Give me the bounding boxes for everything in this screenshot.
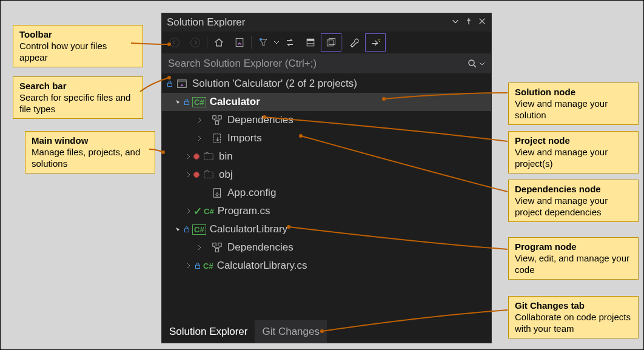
- svg-rect-7: [329, 38, 335, 44]
- node-label: Imports: [227, 132, 262, 144]
- tree-view[interactable]: Solution 'Calculator' (2 of 2 projects) …: [162, 73, 491, 320]
- callout-desc: Control how your files appear: [19, 41, 136, 64]
- svg-point-1: [191, 38, 200, 47]
- callout-title: Project node: [515, 135, 632, 147]
- expander-closed-icon[interactable]: [195, 244, 204, 251]
- expander-open-icon[interactable]: [173, 99, 183, 105]
- excluded-indicator-icon: [193, 172, 200, 178]
- search-input[interactable]: [168, 58, 467, 70]
- hidden-folder-icon: [202, 151, 215, 162]
- project-node-calculator[interactable]: C# Calculator: [162, 93, 491, 111]
- node-label: bin: [219, 150, 233, 163]
- svg-rect-21: [204, 172, 213, 178]
- csharp-project-icon: C#: [192, 97, 206, 107]
- close-icon[interactable]: [478, 16, 486, 29]
- node-label: Dependencies: [227, 241, 293, 254]
- refresh-button[interactable]: [300, 33, 321, 52]
- preview-selected-button[interactable]: [365, 33, 386, 52]
- callout-deps-node: Dependencies node View and manage your p…: [508, 180, 639, 222]
- svg-rect-28: [196, 265, 200, 268]
- sync-with-active-button[interactable]: [280, 33, 300, 52]
- callout-desc: Search for specific files and file types: [19, 92, 136, 115]
- svg-rect-12: [168, 83, 172, 86]
- lock-icon: [193, 261, 202, 270]
- panel-title: Solution Explorer: [167, 16, 245, 29]
- callout-desc: View and manage your project(s): [515, 147, 632, 170]
- filter-dropdown-icon[interactable]: [273, 39, 280, 45]
- svg-point-3: [260, 38, 262, 41]
- callout-project-node: Project node View and manage your projec…: [508, 131, 639, 173]
- svg-rect-14: [178, 80, 186, 82]
- csharp-project-icon: C#: [192, 224, 206, 235]
- forward-button: [185, 33, 206, 52]
- svg-rect-27: [215, 249, 218, 252]
- solution-node[interactable]: Solution 'Calculator' (2 of 2 projects): [162, 75, 491, 93]
- imports-icon: [210, 133, 224, 144]
- lock-icon: [166, 79, 174, 88]
- collapse-all-button[interactable]: [321, 33, 341, 52]
- solution-icon: [175, 78, 189, 89]
- expander-closed-icon[interactable]: [184, 172, 193, 178]
- tab-solution-explorer[interactable]: Solution Explorer: [162, 320, 255, 343]
- switch-views-button[interactable]: [229, 33, 250, 52]
- callout-main: Main window Manage files, projects, and …: [25, 131, 155, 173]
- pin-icon[interactable]: [465, 16, 473, 29]
- callout-solution-node: Solution node View and manage your solut…: [508, 82, 639, 125]
- expander-closed-icon[interactable]: [195, 117, 204, 123]
- callout-desc: View and manage your solution: [515, 98, 632, 121]
- program-file-node[interactable]: ✓ C# Program.cs: [162, 202, 491, 220]
- callout-title: Main window: [32, 135, 149, 147]
- expander-closed-icon[interactable]: [184, 263, 193, 269]
- config-file-icon: [210, 187, 224, 198]
- node-label: Dependencies: [227, 114, 293, 126]
- home-button[interactable]: [209, 33, 229, 52]
- lock-icon: [183, 98, 191, 106]
- expander-open-icon[interactable]: [173, 226, 183, 232]
- callout-title: Dependencies node: [515, 184, 632, 195]
- svg-rect-16: [213, 116, 216, 119]
- svg-point-23: [216, 194, 218, 196]
- imports-node[interactable]: Imports: [162, 129, 491, 147]
- pending-changes-filter-button[interactable]: [253, 33, 273, 52]
- tab-git-changes[interactable]: Git Changes: [255, 320, 327, 343]
- svg-rect-19: [214, 134, 221, 143]
- dependencies-node-lib[interactable]: Dependencies: [162, 238, 491, 257]
- node-label: App.config: [227, 187, 276, 199]
- checked-in-icon: ✓: [193, 205, 202, 218]
- svg-rect-20: [204, 154, 213, 160]
- obj-folder-node[interactable]: obj: [162, 166, 491, 184]
- solution-label: Solution 'Calculator' (2 of 2 projects): [192, 78, 357, 90]
- expander-closed-icon[interactable]: [184, 208, 193, 214]
- svg-rect-15: [185, 101, 189, 104]
- svg-rect-17: [218, 116, 221, 119]
- window-dropdown-icon[interactable]: [451, 16, 460, 29]
- search-button[interactable]: [467, 58, 485, 69]
- dependencies-icon: [210, 115, 224, 126]
- titlebar: Solution Explorer: [162, 13, 491, 32]
- library-file-node[interactable]: C# CalculatorLibrary.cs: [162, 257, 491, 275]
- svg-rect-25: [213, 243, 216, 246]
- appconfig-file-node[interactable]: App.config: [162, 184, 491, 202]
- callout-desc: View and manage your project dependencie…: [515, 195, 632, 218]
- properties-button[interactable]: [344, 33, 365, 52]
- node-label: Program.cs: [218, 205, 270, 217]
- node-label: obj: [219, 169, 233, 181]
- dependencies-icon: [210, 242, 224, 253]
- callout-desc: View, edit, and manage your code: [515, 253, 632, 276]
- expander-closed-icon[interactable]: [184, 153, 193, 160]
- solution-explorer-panel: Solution Explorer: [161, 13, 492, 343]
- callout-title: Toolbar: [19, 29, 136, 41]
- svg-point-0: [170, 38, 179, 47]
- csharp-file-icon: C#: [203, 261, 213, 271]
- search-bar[interactable]: [162, 54, 491, 73]
- callout-title: Search bar: [19, 81, 136, 92]
- svg-point-9: [379, 41, 380, 42]
- callout-title: Program node: [515, 241, 632, 253]
- svg-point-11: [469, 60, 474, 66]
- dependencies-node[interactable]: Dependencies: [162, 111, 491, 129]
- expander-closed-icon[interactable]: [195, 135, 204, 141]
- callout-git-tab: Git Changes tab Collaborate on code proj…: [508, 296, 639, 338]
- project-node-calculatorlibrary[interactable]: C# CalculatorLibrary: [162, 220, 491, 238]
- bin-folder-node[interactable]: bin: [162, 147, 491, 166]
- callout-toolbar: Toolbar Control how your files appear: [13, 25, 143, 67]
